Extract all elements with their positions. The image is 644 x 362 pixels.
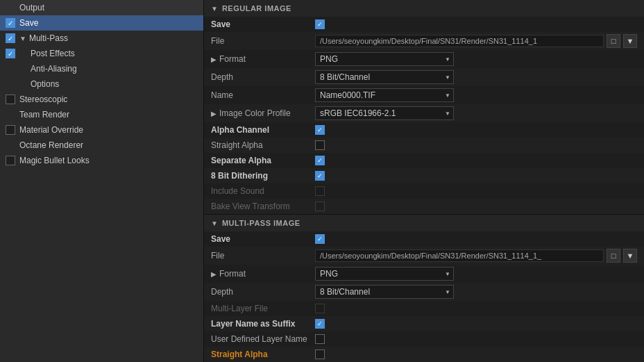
sidebar-label-octane: Octane Renderer xyxy=(19,140,83,150)
regular-save-row: Save xyxy=(204,17,644,32)
multipass-format-select[interactable]: PNGTIFJPEGEXR xyxy=(315,267,454,281)
regular-image-section: ▼ REGULAR IMAGE Save File /Users/seoyoun… xyxy=(204,0,644,215)
multipass-layernamesuffix-row: Layer Name as Suffix xyxy=(204,316,644,331)
regular-colorprofile-select[interactable]: sRGB IEC61966-2.1 xyxy=(315,106,454,120)
multipass-save-label: Save xyxy=(211,234,315,244)
multipass-file-path[interactable]: /Users/seoyoungkim/Desktop/Final/SN31/Re… xyxy=(315,249,604,262)
sidebar-label-teamrender: Team Render xyxy=(19,110,69,120)
regular-file-label: File xyxy=(211,36,315,46)
sidebar-checkbox-multipass[interactable] xyxy=(6,33,15,43)
regular-name-label: Name xyxy=(211,90,315,100)
multipass-format-select-wrap: PNGTIFJPEGEXR xyxy=(315,267,454,281)
regular-includesound-checkbox[interactable] xyxy=(315,186,325,196)
regular-name-row: Name Name0000.TIF xyxy=(204,86,644,104)
multipass-format-row: ▶ Format PNGTIFJPEGEXR xyxy=(204,265,644,283)
regular-colorprofile-label: Image Color Profile xyxy=(219,108,291,118)
regular-name-select[interactable]: Name0000.TIF xyxy=(315,88,454,102)
sidebar-checkbox-stereoscopic[interactable] xyxy=(6,94,15,104)
multipass-multilayer-row: Multi-Layer File xyxy=(204,301,644,316)
multipass-image-section: ▼ MULTI-PASS IMAGE Save File /Users/seoy… xyxy=(204,215,644,362)
sidebar-item-posteffects[interactable]: Post Effects xyxy=(0,46,203,61)
sidebar-checkbox-posteffects[interactable] xyxy=(6,49,15,58)
sidebar-item-magicbullet[interactable]: Magic Bullet Looks xyxy=(0,153,203,168)
regular-bitdithering-label: 8 Bit Dithering xyxy=(211,171,315,181)
multipass-save-checkbox[interactable] xyxy=(315,234,325,244)
multipass-save-row: Save xyxy=(204,231,644,247)
sidebar-label-magicbullet: Magic Bullet Looks xyxy=(19,156,90,165)
sidebar-label-multipass: Multi-Pass xyxy=(29,33,68,43)
regular-format-expand[interactable]: ▶ xyxy=(211,56,217,63)
multipass-image-content: Save File /Users/seoyoungkim/Desktop/Fin… xyxy=(204,231,644,362)
sidebar-item-stereoscopic[interactable]: Stereoscopic xyxy=(0,92,203,107)
multipass-format-label: Format xyxy=(219,269,246,279)
multipass-multilayer-checkbox[interactable] xyxy=(315,304,325,313)
regular-colorprofile-expand[interactable]: ▶ xyxy=(211,110,217,117)
main-panel: ▼ REGULAR IMAGE Save File /Users/seoyoun… xyxy=(204,0,644,362)
sidebar-checkbox-materialoverride[interactable] xyxy=(6,125,15,135)
sidebar-item-materialoverride[interactable]: Material Override xyxy=(0,122,203,138)
regular-format-row: ▶ Format PNGTIFJPEGEXR xyxy=(204,50,644,68)
regular-separatealpha-row: Separate Alpha xyxy=(204,153,644,168)
regular-bitdithering-row: 8 Bit Dithering xyxy=(204,168,644,183)
regular-colorprofile-row: ▶ Image Color Profile sRGB IEC61966-2.1 xyxy=(204,104,644,122)
sidebar-label-save: Save xyxy=(19,18,38,28)
sidebar-item-options[interactable]: Options xyxy=(0,76,203,92)
regular-bakeview-checkbox[interactable] xyxy=(315,201,325,211)
sidebar-item-multipass[interactable]: ▼ Multi-Pass xyxy=(0,31,203,46)
regular-image-content: Save File /Users/seoyoungkim/Desktop/Fin… xyxy=(204,17,644,214)
multipass-image-header[interactable]: ▼ MULTI-PASS IMAGE xyxy=(204,215,644,231)
regular-save-checkbox[interactable] xyxy=(315,19,325,29)
sidebar-item-teamrender[interactable]: Team Render xyxy=(0,107,203,122)
regular-file-path[interactable]: /Users/seoyoungkim/Desktop/Final/SN31/Re… xyxy=(315,35,604,47)
sidebar-checkbox-save[interactable] xyxy=(6,18,15,28)
regular-depth-row: Depth 8 Bit/Channel16 Bit/Channel32 Bit/… xyxy=(204,68,644,86)
multipass-file-folder-btn[interactable]: □ xyxy=(607,249,620,263)
multipass-format-expand[interactable]: ▶ xyxy=(211,270,217,278)
regular-alphachannel-label: Alpha Channel xyxy=(211,125,315,135)
regular-depth-label: Depth xyxy=(211,72,315,82)
regular-depth-select-wrap: 8 Bit/Channel16 Bit/Channel32 Bit/Channe… xyxy=(315,70,454,84)
regular-bakeview-row: Bake View Transform xyxy=(204,199,644,214)
sidebar-item-output[interactable]: Output xyxy=(0,0,203,15)
sidebar-item-save[interactable]: Save xyxy=(0,15,203,31)
sidebar: Output Save ▼ Multi-Pass Post Effects An… xyxy=(0,0,204,362)
regular-separatealpha-label: Separate Alpha xyxy=(211,156,315,165)
multipass-depth-label: Depth xyxy=(211,287,315,297)
multipass-file-label: File xyxy=(211,251,315,261)
regular-alphachannel-row: Alpha Channel xyxy=(204,122,644,138)
regular-straightalpha-row: Straight Alpha xyxy=(204,138,644,153)
regular-image-title: REGULAR IMAGE xyxy=(222,4,291,13)
regular-alphachannel-checkbox[interactable] xyxy=(315,125,325,135)
sidebar-label-materialoverride: Material Override xyxy=(19,125,83,135)
multipass-layernamesuffix-checkbox[interactable] xyxy=(315,319,325,329)
multipass-file-row: File /Users/seoyoungkim/Desktop/Final/SN… xyxy=(204,247,644,265)
regular-file-dropdown-btn[interactable]: ▼ xyxy=(623,34,637,48)
multipass-image-title: MULTI-PASS IMAGE xyxy=(222,219,300,227)
sidebar-expand-multipass[interactable]: ▼ xyxy=(19,35,26,42)
regular-file-row: File /Users/seoyoungkim/Desktop/Final/SN… xyxy=(204,32,644,50)
regular-separatealpha-checkbox[interactable] xyxy=(315,156,325,165)
regular-straightalpha-checkbox[interactable] xyxy=(315,140,325,150)
regular-includesound-label: Include Sound xyxy=(211,186,315,196)
regular-includesound-row: Include Sound xyxy=(204,183,644,199)
multipass-depth-select[interactable]: 8 Bit/Channel16 Bit/Channel32 Bit/Channe… xyxy=(315,285,454,299)
sidebar-checkbox-magicbullet[interactable] xyxy=(6,156,15,165)
regular-image-arrow: ▼ xyxy=(211,5,218,13)
sidebar-label-options: Options xyxy=(31,79,59,89)
multipass-userdefined-checkbox[interactable] xyxy=(315,334,325,344)
sidebar-item-octane[interactable]: Octane Renderer xyxy=(0,138,203,153)
regular-file-folder-btn[interactable]: □ xyxy=(607,34,620,48)
sidebar-label-stereoscopic: Stereoscopic xyxy=(19,94,67,104)
multipass-depth-row: Depth 8 Bit/Channel16 Bit/Channel32 Bit/… xyxy=(204,283,644,301)
multipass-depth-select-wrap: 8 Bit/Channel16 Bit/Channel32 Bit/Channe… xyxy=(315,285,454,299)
multipass-file-dropdown-btn[interactable]: ▼ xyxy=(623,249,637,263)
sidebar-item-antialiasing[interactable]: Anti-Aliasing xyxy=(0,61,203,76)
multipass-straightalpha-checkbox[interactable] xyxy=(315,349,325,359)
regular-image-header[interactable]: ▼ REGULAR IMAGE xyxy=(204,0,644,17)
regular-bakeview-label: Bake View Transform xyxy=(211,201,315,211)
multipass-straightalpha-label: Straight Alpha xyxy=(211,349,315,359)
regular-format-select[interactable]: PNGTIFJPEGEXR xyxy=(315,52,454,66)
regular-depth-select[interactable]: 8 Bit/Channel16 Bit/Channel32 Bit/Channe… xyxy=(315,70,454,84)
multipass-save-cb-wrap xyxy=(315,234,325,244)
regular-bitdithering-checkbox[interactable] xyxy=(315,171,325,181)
